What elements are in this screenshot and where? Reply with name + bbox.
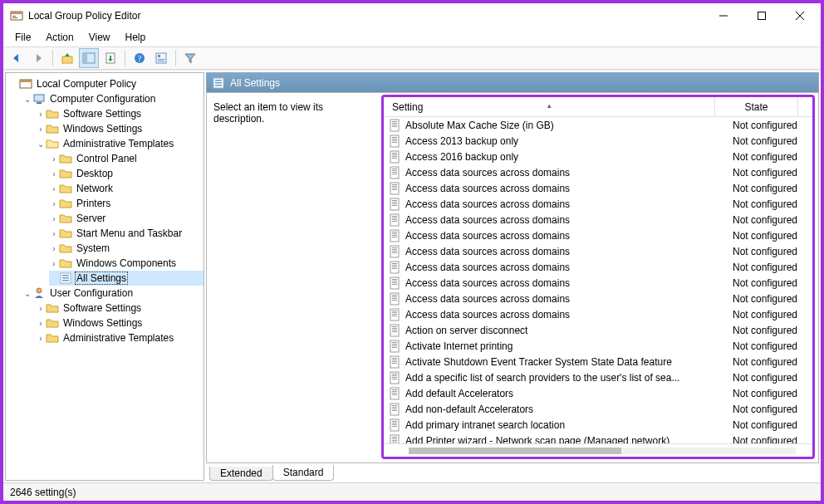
horizontal-scrollbar[interactable] [384, 443, 812, 457]
tree-item[interactable]: ›Start Menu and Taskbar [49, 226, 204, 241]
expand-icon[interactable]: › [49, 259, 59, 268]
tree-user-configuration[interactable]: ⌄ User Configuration [22, 286, 204, 301]
menu-action[interactable]: Action [39, 30, 80, 45]
list-row[interactable]: Add primary intranet search locationNot … [384, 417, 812, 433]
tree-cc-windows-settings[interactable]: ›Windows Settings [36, 121, 204, 136]
tree-item[interactable]: ›Printers [49, 196, 204, 211]
tree-cc-admin-templates[interactable]: ⌄Administrative Templates [36, 136, 204, 151]
tree-cc-software-settings[interactable]: ›Software Settings [36, 106, 204, 121]
list-row[interactable]: Action on server disconnectNot configure… [384, 322, 812, 338]
policy-item-icon [389, 229, 402, 242]
menu-help[interactable]: Help [119, 30, 153, 45]
tree-label: Start Menu and Taskbar [75, 228, 184, 239]
back-button[interactable] [7, 48, 27, 68]
menu-view[interactable]: View [82, 30, 117, 45]
svg-rect-57 [392, 200, 397, 201]
row-setting: Absolute Max Cache Size (in GB) [405, 120, 729, 131]
close-button[interactable] [781, 3, 819, 28]
expand-icon[interactable]: › [36, 304, 46, 313]
expand-icon[interactable]: › [36, 334, 46, 343]
maximize-button[interactable] [743, 3, 781, 28]
collapse-icon[interactable]: ⌄ [22, 95, 32, 104]
tree-item[interactable]: ›Network [49, 181, 204, 196]
tree-label: Windows Settings [61, 123, 144, 135]
tree-label: User Configuration [48, 287, 135, 299]
up-button[interactable] [57, 48, 77, 68]
policy-item-icon [389, 182, 402, 195]
show-hide-tree-button[interactable] [79, 48, 99, 68]
tree-item[interactable]: ›Server [49, 211, 204, 226]
export-list-button[interactable] [101, 48, 120, 68]
svg-rect-98 [392, 328, 397, 329]
expand-icon[interactable]: › [36, 319, 46, 328]
tree-uc-admin-templates[interactable]: ›Administrative Templates [36, 330, 204, 345]
expand-icon[interactable]: › [49, 214, 59, 223]
menu-file[interactable]: File [8, 30, 37, 45]
list-row[interactable]: Access data sources across domainsNot co… [384, 212, 812, 228]
row-state: Not configured [729, 262, 812, 273]
forward-button[interactable] [28, 48, 48, 68]
tree-item[interactable]: ›System [49, 241, 204, 256]
help-button[interactable]: ? [130, 48, 150, 68]
expand-icon[interactable]: › [49, 229, 59, 238]
tree-uc-windows-settings[interactable]: ›Windows Settings [36, 316, 204, 330]
tree-computer-configuration[interactable]: ⌄ Computer Configuration [22, 91, 204, 106]
list-row[interactable]: Access data sources across domainsNot co… [384, 291, 812, 306]
list-row[interactable]: Activate Shutdown Event Tracker System S… [384, 354, 812, 369]
detail-body: Select an item to view its description. … [206, 92, 819, 463]
list-row[interactable]: Access data sources across domainsNot co… [384, 180, 812, 196]
list-body[interactable]: Absolute Max Cache Size (in GB)Not confi… [384, 117, 812, 443]
minimize-button[interactable] [704, 3, 743, 28]
list-row[interactable]: Add non-default AcceleratorsNot configur… [384, 401, 812, 417]
list-row[interactable]: Access 2013 backup onlyNot configured [384, 133, 812, 149]
expand-icon[interactable]: › [49, 184, 59, 193]
tree-item[interactable]: ›Control Panel [49, 151, 204, 166]
tree-item[interactable]: ›Desktop [49, 166, 204, 181]
tree-label: Control Panel [75, 153, 139, 164]
list-row[interactable]: Add a specific list of search providers … [384, 369, 812, 385]
tree-label: Software Settings [61, 302, 143, 314]
list-row[interactable]: Access data sources across domainsNot co… [384, 196, 812, 212]
svg-rect-34 [392, 125, 397, 125]
expand-icon[interactable]: › [49, 169, 59, 179]
tree-label: Software Settings [61, 108, 143, 120]
list-row[interactable]: Access data sources across domainsNot co… [384, 164, 812, 180]
list-header: Setting ▴ State [384, 97, 812, 117]
filter-button[interactable] [180, 48, 200, 68]
tree-uc-software-settings[interactable]: ›Software Settings [36, 301, 204, 316]
list-row[interactable]: Access data sources across domainsNot co… [384, 306, 812, 322]
list-row[interactable]: Activate Internet printingNot configured [384, 338, 812, 354]
tree-root[interactable]: Local Computer Policy [9, 76, 204, 91]
expand-icon[interactable]: › [36, 110, 46, 119]
collapse-icon[interactable]: ⌄ [22, 289, 32, 298]
expand-icon[interactable]: › [36, 125, 46, 134]
list-row[interactable]: Add default AcceleratorsNot configured [384, 385, 812, 401]
tree-pane[interactable]: Local Computer Policy ⌄ Computer Configu… [5, 72, 204, 481]
collapse-icon[interactable]: ⌄ [36, 139, 46, 149]
list-row[interactable]: Access data sources across domainsNot co… [384, 275, 812, 291]
tree-item[interactable]: ›Windows Components [49, 256, 204, 271]
scrollbar-thumb[interactable] [409, 448, 621, 454]
svg-point-26 [37, 288, 42, 293]
col-setting[interactable]: Setting ▴ [384, 101, 714, 113]
tab-extended[interactable]: Extended [209, 467, 273, 481]
list-row[interactable]: Absolute Max Cache Size (in GB)Not confi… [384, 117, 812, 133]
properties-button[interactable] [151, 48, 171, 68]
list-row[interactable]: Access data sources across domainsNot co… [384, 243, 812, 259]
expand-icon[interactable]: › [49, 154, 59, 164]
col-state[interactable]: State [714, 97, 797, 116]
svg-rect-88 [392, 296, 397, 297]
folder-icon [59, 197, 72, 210]
list-row[interactable]: Access 2016 backup onlyNot configured [384, 149, 812, 164]
expand-icon[interactable]: › [49, 244, 59, 253]
tree-all-settings[interactable]: All Settings [49, 271, 204, 286]
svg-rect-128 [392, 423, 397, 423]
policy-item-icon [389, 150, 402, 164]
tab-standard[interactable]: Standard [272, 465, 335, 481]
row-setting: Activate Shutdown Event Tracker System S… [405, 356, 729, 368]
list-row[interactable]: Access data sources across domainsNot co… [384, 259, 812, 275]
list-row[interactable]: Add Printer wizard - Network scan page (… [384, 433, 812, 443]
expand-icon[interactable]: › [49, 199, 59, 208]
list-row[interactable]: Access data sources across domainsNot co… [384, 228, 812, 243]
folder-icon [59, 167, 72, 180]
